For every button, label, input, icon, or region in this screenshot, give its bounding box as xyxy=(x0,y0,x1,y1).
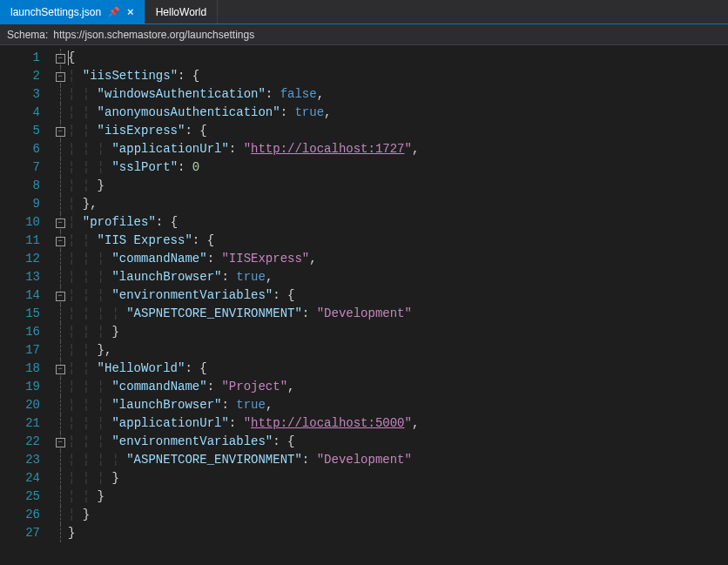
fold-cell[interactable] xyxy=(52,85,68,104)
close-icon[interactable]: × xyxy=(127,5,134,18)
fold-cell[interactable] xyxy=(52,451,68,469)
line-number: 15 xyxy=(0,305,52,323)
tab-bar: launchSettings.json 📌 × HelloWorld xyxy=(0,0,728,24)
fold-cell[interactable] xyxy=(52,341,68,360)
tab-helloworld[interactable]: HelloWorld xyxy=(145,0,218,24)
line-number: 25 xyxy=(0,488,52,506)
line-number: 24 xyxy=(0,469,52,488)
line-number: 23 xyxy=(0,451,52,469)
line-number: 26 xyxy=(0,506,52,524)
schema-bar: Schema: https://json.schemastore.org/lau… xyxy=(0,24,728,45)
line-number: 21 xyxy=(0,414,52,433)
fold-cell[interactable] xyxy=(52,104,68,122)
line-number: 4 xyxy=(0,104,52,122)
line-number: 20 xyxy=(0,396,52,414)
fold-cell[interactable] xyxy=(52,378,68,396)
fold-cell[interactable]: − xyxy=(52,49,68,67)
fold-cell[interactable]: − xyxy=(52,232,68,250)
fold-cell[interactable]: − xyxy=(52,286,68,305)
fold-minus-icon[interactable]: − xyxy=(56,127,65,137)
line-number: 3 xyxy=(0,85,52,104)
code-editor[interactable]: 1234567891011121314151617181920212223242… xyxy=(0,45,728,565)
line-number: 9 xyxy=(0,195,52,213)
tab-label: launchSettings.json xyxy=(10,6,101,18)
line-number: 13 xyxy=(0,268,52,286)
fold-cell[interactable] xyxy=(52,524,68,542)
fold-cell[interactable]: − xyxy=(52,122,68,140)
fold-minus-icon[interactable]: − xyxy=(56,54,65,64)
fold-minus-icon[interactable]: − xyxy=(56,292,65,301)
fold-cell[interactable]: − xyxy=(52,67,68,85)
fold-cell[interactable] xyxy=(52,158,68,177)
line-number: 10 xyxy=(0,213,52,232)
tab-launch-settings[interactable]: launchSettings.json 📌 × xyxy=(0,0,145,24)
schema-label: Schema: xyxy=(7,29,48,41)
fold-cell[interactable]: − xyxy=(52,433,68,451)
line-number: 14 xyxy=(0,286,52,305)
fold-cell[interactable] xyxy=(52,469,68,488)
schema-url[interactable]: https://json.schemastore.org/launchsetti… xyxy=(53,29,254,41)
line-number: 16 xyxy=(0,323,52,341)
fold-cell[interactable] xyxy=(52,195,68,213)
line-number: 27 xyxy=(0,524,52,542)
fold-cell[interactable] xyxy=(52,250,68,268)
fold-cell[interactable] xyxy=(52,268,68,286)
fold-minus-icon[interactable]: − xyxy=(56,219,65,228)
line-number: 8 xyxy=(0,177,52,195)
line-number: 12 xyxy=(0,250,52,268)
fold-cell[interactable]: − xyxy=(52,360,68,378)
fold-cell[interactable] xyxy=(52,396,68,414)
fold-cell[interactable]: − xyxy=(52,213,68,232)
line-number: 11 xyxy=(0,232,52,250)
line-number: 22 xyxy=(0,433,52,451)
fold-gutter[interactable]: −−−−−−−− xyxy=(52,45,68,565)
tab-label: HelloWorld xyxy=(156,6,206,18)
code-area[interactable]: { ¦ "iisSettings": { ¦ ¦ "windowsAuthent… xyxy=(68,45,728,565)
fold-cell[interactable] xyxy=(52,414,68,433)
text-caret xyxy=(68,50,69,65)
line-number: 7 xyxy=(0,158,52,177)
line-number: 5 xyxy=(0,122,52,140)
fold-minus-icon[interactable]: − xyxy=(56,237,65,246)
line-number: 1 xyxy=(0,49,52,67)
fold-minus-icon[interactable]: − xyxy=(56,438,65,447)
line-number: 2 xyxy=(0,67,52,85)
fold-cell[interactable] xyxy=(52,506,68,524)
line-number: 19 xyxy=(0,378,52,396)
fold-cell[interactable] xyxy=(52,488,68,506)
pin-icon[interactable]: 📌 xyxy=(108,6,120,17)
line-number: 6 xyxy=(0,140,52,158)
line-number: 17 xyxy=(0,341,52,360)
fold-cell[interactable] xyxy=(52,323,68,341)
fold-cell[interactable] xyxy=(52,305,68,323)
line-number: 18 xyxy=(0,360,52,378)
line-number-gutter: 1234567891011121314151617181920212223242… xyxy=(0,45,52,565)
fold-cell[interactable] xyxy=(52,140,68,158)
fold-minus-icon[interactable]: − xyxy=(56,72,65,82)
fold-cell[interactable] xyxy=(52,177,68,195)
fold-minus-icon[interactable]: − xyxy=(56,365,65,374)
